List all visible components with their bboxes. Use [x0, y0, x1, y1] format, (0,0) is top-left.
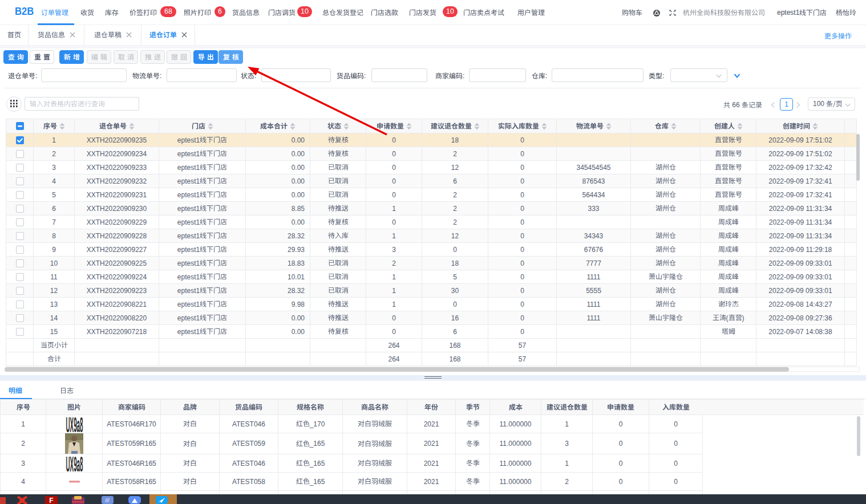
svg-text:///: /// [105, 498, 110, 503]
svg-text:UX9a8: UX9a8 [66, 415, 83, 433]
svg-text:UX9a8: UX9a8 [66, 454, 83, 472]
svg-text:F: F [49, 497, 53, 504]
